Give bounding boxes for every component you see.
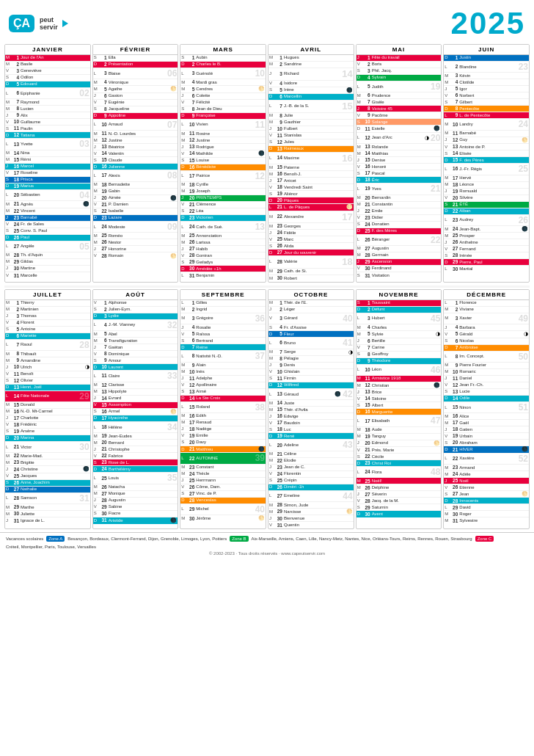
- day-row: M21Constantin: [356, 202, 442, 208]
- day-row: J7Gaëtan: [93, 344, 178, 351]
- month-octobre: OCTOBRE M1Thér. de l'E. J2Léger V3Gérard…: [268, 289, 354, 530]
- day-row: L24Modeste09: [93, 222, 178, 233]
- day-row: M27Monique: [93, 491, 178, 498]
- day-row: D16Julienne: [93, 164, 178, 170]
- day-row: J18Nadège: [180, 426, 266, 433]
- day-row: S26Alida: [268, 243, 354, 250]
- logo-box: ÇA: [9, 15, 34, 32]
- day-row: M24Thécle: [180, 471, 266, 478]
- day-row: M10Landry24: [444, 119, 529, 130]
- day-row: V24Florentin: [268, 471, 354, 478]
- day-row: J26Anthelme: [444, 239, 529, 246]
- footer-zones: Vacances scolaires Zone A Besançon, Bord…: [6, 536, 528, 549]
- day-row: L4J.-M. Vianney32: [93, 320, 178, 331]
- day-row: V21Clémence: [180, 202, 266, 208]
- month-novembre: NOVEMBRE S1Toussaint D2Défunt L3Hubert45…: [356, 289, 442, 530]
- day-row: M13Hippolyte: [93, 389, 178, 396]
- day-row: M19Gabin: [93, 189, 178, 195]
- day-row: M2Basile: [5, 62, 90, 68]
- juillet-title: JUILLET: [5, 290, 90, 300]
- day-row: M18Bernadette: [93, 182, 178, 189]
- day-row: M7Raymond: [5, 99, 90, 106]
- day-row: S9Amour: [93, 357, 178, 364]
- day-row: D9Théodore: [356, 358, 442, 365]
- day-row: S15Louise: [180, 158, 266, 164]
- day-row: S25Crépin: [268, 478, 354, 484]
- day-row: L24Cath. de Suè.13: [180, 222, 266, 233]
- day-row: S15Albert: [356, 402, 442, 409]
- day-row: M23Brigitte: [5, 459, 90, 466]
- day-row: M24Jean-Bapt.🌑: [444, 226, 529, 233]
- day-row: M22Alexandre17: [268, 211, 354, 224]
- day-row: S22Cécile: [356, 454, 442, 460]
- day-row: V4Florent: [5, 320, 90, 327]
- day-row: V10Guillaume: [5, 119, 90, 126]
- day-row: S23Rose de L.: [93, 459, 178, 466]
- day-row: M29Gildas: [5, 259, 90, 266]
- day-row: J23Jean de C.: [268, 465, 354, 471]
- day-row: D25F. des Mères: [356, 228, 442, 235]
- day-row: L18Hélène34: [93, 422, 178, 433]
- day-row: J31Ignace de L.: [5, 517, 90, 524]
- day-row: V12Apollinaire: [180, 382, 266, 389]
- day-row: D18Éric: [356, 177, 442, 183]
- day-row: M2Martinien: [5, 307, 90, 313]
- day-row: D13Raimeaux: [268, 146, 354, 153]
- day-row: M10Romaric: [444, 369, 529, 376]
- day-row: S22Isabelle: [93, 208, 178, 215]
- day-row: M8Julie: [268, 113, 354, 120]
- day-row: D28Innocents: [444, 498, 529, 504]
- day-row: J15Denise: [356, 157, 442, 164]
- day-row: D8Pentecôte: [444, 106, 529, 112]
- day-row: J9Denis: [268, 363, 354, 369]
- day-row: J13Rodrigue: [180, 144, 266, 150]
- zone-b-cities: Aix-Marseille, Amiens, Caen, Lille, Nanc…: [252, 537, 472, 541]
- day-row: V7Eugénie: [93, 100, 178, 106]
- day-row: M28Th. d'Aquin: [5, 252, 90, 259]
- day-row: M19Tanguy: [356, 434, 442, 440]
- mai-title: MAI: [356, 45, 442, 55]
- zone-b-badge: Zone B: [230, 536, 248, 542]
- day-row: D26Paul: [5, 235, 90, 241]
- day-row: D12Wilfired: [268, 382, 354, 389]
- day-row: M25Noël!: [356, 478, 442, 484]
- day-row: M17Renaud: [180, 420, 266, 426]
- month-mars: MARS S1Aubin D2Charles le B. L3Guénolé10…: [180, 44, 266, 283]
- day-row: J20Edmond🌕: [356, 440, 442, 447]
- day-row: D12Tatiana: [5, 132, 90, 139]
- day-row: M8Lucien: [5, 106, 90, 112]
- day-row: M5Agathe🌕: [93, 86, 178, 92]
- day-row: V2Boris: [356, 62, 442, 68]
- day-row: L20Sébastien04: [5, 190, 90, 201]
- day-row: M2Sandrine: [268, 62, 354, 68]
- day-row: M30Robert: [268, 275, 354, 282]
- day-row: J4Barbara: [444, 324, 529, 331]
- day-row: M26Larissa: [180, 239, 266, 246]
- day-row: D16Marguerite: [356, 409, 442, 415]
- day-row: V25Marc: [268, 236, 354, 243]
- day-row: M30Roger: [444, 511, 529, 517]
- day-row: M5Abel: [93, 331, 178, 338]
- day-row: J30Martine: [5, 266, 90, 272]
- day-row: M23Constant: [180, 465, 266, 471]
- day-row: M24Adèle: [444, 471, 529, 478]
- day-row: M15Thér. d'Avila: [268, 407, 354, 413]
- day-row: M5Sylvie◑: [356, 331, 442, 338]
- day-row: S11Paulin: [5, 126, 90, 132]
- day-row: V7Carine: [356, 345, 442, 352]
- day-row: V21P. Damien: [93, 202, 178, 208]
- day-row: L13Yvette03: [5, 139, 90, 150]
- day-row: J29Ascension: [356, 259, 442, 266]
- day-row: M22Marie-Mad.: [5, 453, 90, 459]
- day-row: M11Barnabé: [444, 131, 529, 137]
- day-row: J18Gatien: [444, 426, 529, 433]
- day-row: L3Hubert45: [356, 313, 442, 324]
- day-row: V28Gontran: [180, 252, 266, 259]
- day-row: S3Phil. Jacq.: [356, 68, 442, 75]
- day-row: V26Etienne: [444, 484, 529, 491]
- day-row: M11Rosine: [180, 131, 266, 137]
- day-row: J13Béatrice: [93, 144, 178, 150]
- day-row: M18Aude: [356, 427, 442, 434]
- day-row: S22Léa: [180, 208, 266, 215]
- day-row: M23Armand: [444, 465, 529, 471]
